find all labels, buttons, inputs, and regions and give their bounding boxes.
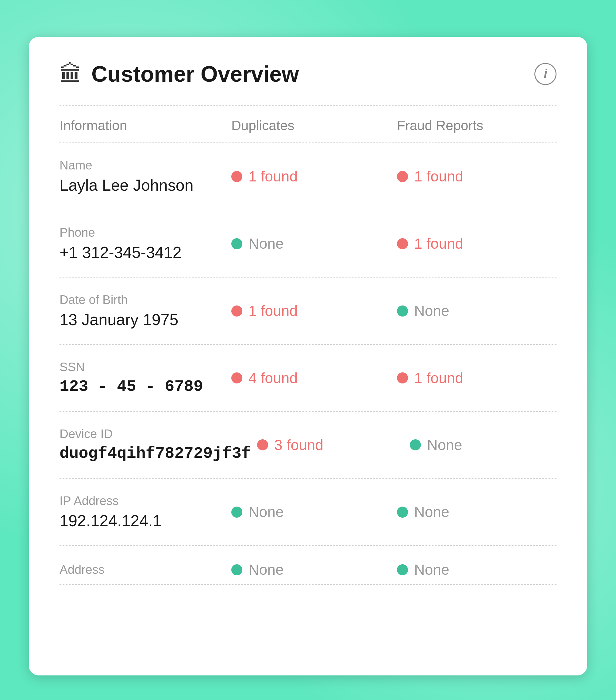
- field-label: Phone: [60, 226, 225, 239]
- field-label: IP Address: [60, 494, 225, 508]
- duplicates-cell: 1 found: [225, 168, 391, 185]
- duplicates-status: 1 found: [248, 168, 298, 185]
- table-row: IP Address 192.124.124.1 None None: [60, 479, 556, 546]
- info-cell: Date of Birth 13 January 1975: [60, 293, 225, 329]
- duplicates-dot: [231, 507, 242, 517]
- duplicates-cell: 3 found: [251, 437, 404, 453]
- data-rows-container: Name Layla Lee Johnson 1 found 1 found P…: [60, 143, 556, 585]
- fraud-dot: [397, 171, 408, 182]
- fraud-cell: 1 found: [391, 370, 556, 387]
- table-row: SSN 123 - 45 - 6789 4 found 1 found: [60, 345, 556, 412]
- field-label: Date of Birth: [60, 293, 225, 307]
- duplicates-dot: [257, 439, 268, 450]
- table-row: Name Layla Lee Johnson 1 found 1 found: [60, 143, 556, 210]
- fraud-cell: None: [404, 437, 556, 453]
- duplicates-status: 4 found: [248, 370, 298, 387]
- field-label: SSN: [60, 360, 225, 374]
- fraud-status: 1 found: [414, 370, 463, 387]
- info-icon-label: i: [543, 67, 547, 82]
- fraud-dot: [397, 238, 408, 249]
- fraud-dot: [397, 305, 408, 316]
- duplicates-cell: None: [225, 503, 391, 521]
- table-row: Address None None: [60, 546, 556, 585]
- duplicates-cell: 1 found: [225, 302, 391, 319]
- duplicates-dot: [231, 305, 242, 316]
- duplicates-dot: [231, 171, 242, 182]
- duplicates-cell: None: [225, 561, 391, 578]
- col-header-duplicates: Duplicates: [225, 118, 391, 133]
- table-row: Date of Birth 13 January 1975 1 found No…: [60, 277, 556, 345]
- field-value: duogf4qihf782729jf3f: [60, 445, 251, 463]
- fraud-dot: [397, 372, 408, 384]
- col-header-fraud-reports: Fraud Reports: [391, 118, 556, 133]
- card-header: 🏛 Customer Overview i: [60, 61, 556, 87]
- duplicates-cell: None: [225, 235, 391, 252]
- customer-overview-card: 🏛 Customer Overview i Information Duplic…: [29, 37, 587, 675]
- duplicates-status: None: [248, 503, 284, 521]
- duplicates-status: 1 found: [248, 302, 298, 319]
- info-cell: Name Layla Lee Johnson: [60, 159, 225, 194]
- field-value: 123 - 45 - 6789: [60, 378, 225, 396]
- fraud-cell: None: [391, 302, 556, 319]
- bank-icon: 🏛: [60, 61, 81, 87]
- fraud-cell: None: [391, 503, 556, 521]
- fraud-cell: 1 found: [391, 168, 556, 185]
- duplicates-dot: [231, 564, 242, 575]
- field-label: Name: [60, 159, 225, 172]
- fraud-dot: [410, 439, 421, 450]
- duplicates-status: None: [248, 235, 284, 252]
- info-cell: Phone +1 312-345-3412: [60, 226, 225, 262]
- fraud-dot: [397, 507, 408, 517]
- duplicates-status: None: [248, 561, 284, 578]
- info-cell: Address: [60, 563, 225, 577]
- fraud-cell: None: [391, 561, 556, 578]
- duplicates-cell: 4 found: [225, 370, 391, 387]
- field-value: 192.124.124.1: [60, 512, 225, 530]
- col-header-information: Information: [60, 118, 225, 133]
- fraud-status: 1 found: [414, 235, 463, 252]
- header-left: 🏛 Customer Overview: [60, 61, 299, 87]
- fraud-dot: [397, 564, 408, 575]
- table-row: Phone +1 312-345-3412 None 1 found: [60, 210, 556, 277]
- fraud-status: None: [427, 437, 462, 453]
- info-cell: SSN 123 - 45 - 6789: [60, 360, 225, 396]
- field-value: 13 January 1975: [60, 310, 225, 329]
- duplicates-dot: [231, 372, 242, 384]
- column-headers: Information Duplicates Fraud Reports: [60, 105, 556, 143]
- field-value: Layla Lee Johnson: [60, 176, 225, 194]
- info-button[interactable]: i: [535, 63, 556, 85]
- field-label: Device ID: [60, 427, 251, 441]
- field-label: Address: [60, 563, 225, 577]
- fraud-status: None: [414, 561, 449, 578]
- field-value: +1 312-345-3412: [60, 243, 225, 262]
- fraud-status: None: [414, 503, 449, 521]
- fraud-status: None: [414, 302, 449, 319]
- fraud-cell: 1 found: [391, 235, 556, 252]
- info-cell: IP Address 192.124.124.1: [60, 494, 225, 530]
- info-cell: Device ID duogf4qihf782729jf3f: [60, 427, 251, 463]
- table-row: Device ID duogf4qihf782729jf3f 3 found N…: [60, 412, 556, 479]
- fraud-status: 1 found: [414, 168, 463, 185]
- duplicates-dot: [231, 238, 242, 249]
- page-title: Customer Overview: [91, 61, 299, 87]
- duplicates-status: 3 found: [274, 437, 323, 453]
